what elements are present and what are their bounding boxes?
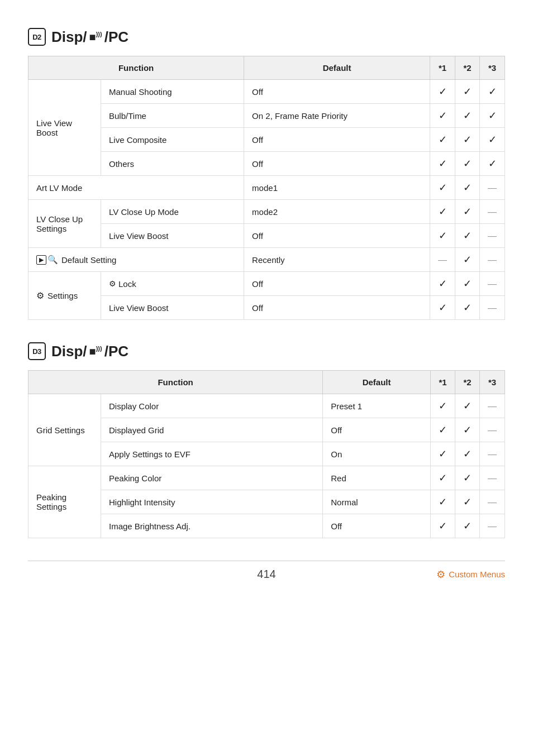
s3-live-composite: ✓ [480,128,505,152]
th-s3-d3: *3 [480,371,505,394]
section-d3-icon: D3 [28,342,46,360]
s2-image-brightness-adj: ✓ [455,514,480,538]
wifi-icon: ■))) [89,31,102,44]
s2-lock: ✓ [455,272,480,296]
s2-display-color: ✓ [455,394,480,418]
sub-displayed-grid: Displayed Grid [101,418,323,442]
section-d2-title: D2 Disp/■)))/PC [28,28,505,46]
s2-live-composite: ✓ [455,128,480,152]
category-grid-settings: Grid Settings [28,394,101,466]
s1-bulb-time: ✓ [430,104,455,128]
s2-manual-shooting: ✓ [455,80,480,104]
sub-others: Others [101,152,244,176]
s2-displayed-grid: ✓ [455,418,480,442]
sub-settings-boost: Live View Boost [101,296,244,320]
table-row: Grid Settings Display Color Preset 1 ✓ ✓… [28,394,505,418]
s1-settings-boost: ✓ [430,296,455,320]
table-row: Peaking Settings Peaking Color Red ✓ ✓ — [28,466,505,490]
s2-peaking-color: ✓ [455,466,480,490]
default-bulb-time: On 2, Frame Rate Priority [244,104,430,128]
sub-display-color: Display Color [101,394,323,418]
footer: 414 ⚙ Custom Menus [28,561,505,581]
s3-image-brightness-adj: — [480,514,505,538]
s3-display-color: — [480,394,505,418]
s1-lv-close-up-mode: ✓ [430,200,455,224]
sub-manual-shooting: Manual Shooting [101,80,244,104]
s2-settings-boost: ✓ [455,296,480,320]
sub-apply-settings-evf: Apply Settings to EVF [101,442,323,466]
default-highlight-intensity: Normal [323,490,431,514]
s3-peaking-color: — [480,466,505,490]
s3-art-lv-mode: — [480,176,505,200]
default-peaking-color: Red [323,466,431,490]
sub-peaking-color: Peaking Color [101,466,323,490]
s3-settings-boost: — [480,296,505,320]
s3-manual-shooting: ✓ [480,80,505,104]
s3-lv-close-up-mode: — [480,200,505,224]
default-image-brightness-adj: Off [323,514,431,538]
search-icon: 🔍 [47,255,58,265]
sub-lv-close-up-boost: Live View Boost [101,224,244,248]
section-d2: D2 Disp/■)))/PC Function Default *1 *2 *… [28,28,505,320]
s1-display-color: ✓ [431,394,455,418]
s1-lv-close-up-boost: ✓ [430,224,455,248]
s3-apply-settings-evf: — [480,442,505,466]
s2-others: ✓ [455,152,480,176]
section-d3-table: Function Default *1 *2 *3 Grid Settings … [28,370,505,538]
default-default-setting: Recently [244,248,430,272]
default-live-composite: Off [244,128,430,152]
table-row: Live View Boost Manual Shooting Off ✓ ✓ … [28,80,505,104]
s3-default-setting: — [480,248,505,272]
s3-highlight-intensity: — [480,490,505,514]
sub-image-brightness-adj: Image Brightness Adj. [101,514,323,538]
default-lv-close-up-boost: Off [244,224,430,248]
default-lv-close-up-mode: mode2 [244,200,430,224]
default-art-lv-mode: mode1 [244,176,430,200]
default-setting-label: Default Setting [61,255,116,265]
section-d3-title: D3 Disp/■)))/PC [28,342,505,360]
settings-label: Settings [47,291,78,300]
page-number: 414 [28,568,505,581]
s1-others: ✓ [430,152,455,176]
s1-live-composite: ✓ [430,128,455,152]
th-s1-d2: *1 [430,56,455,80]
th-s1-d3: *1 [431,371,455,394]
s1-peaking-color: ✓ [431,466,455,490]
s3-displayed-grid: — [480,418,505,442]
section-d2-icon: D2 [28,28,46,46]
table-row: LV Close Up Settings LV Close Up Mode mo… [28,200,505,224]
s2-lv-close-up-boost: ✓ [455,224,480,248]
playback-icon: ▶ [36,255,46,265]
lock-gear-icon: ⚙ [109,279,116,288]
th-s2-d2: *2 [455,56,480,80]
settings-gear-icon: ⚙ [36,290,44,301]
s2-apply-settings-evf: ✓ [455,442,480,466]
default-lock: Off [244,272,430,296]
default-manual-shooting: Off [244,80,430,104]
sub-lock: ⚙ Lock [101,272,244,296]
s3-others: ✓ [480,152,505,176]
table-row: ⚙ Settings ⚙ Lock Off ✓ ✓ — [28,272,505,296]
s1-highlight-intensity: ✓ [431,490,455,514]
custom-menus-link[interactable]: ⚙ Custom Menus [436,568,505,581]
sub-live-composite: Live Composite [101,128,244,152]
default-others: Off [244,152,430,176]
sub-highlight-intensity: Highlight Intensity [101,490,323,514]
s3-lock: — [480,272,505,296]
sub-bulb-time: Bulb/Time [101,104,244,128]
sub-lv-close-up-mode: LV Close Up Mode [101,200,244,224]
section-d2-table: Function Default *1 *2 *3 Live View Boos… [28,56,505,320]
s2-highlight-intensity: ✓ [455,490,480,514]
custom-menus-gear-icon: ⚙ [436,568,445,581]
category-live-view-boost: Live View Boost [28,80,101,176]
section-d3-title-text: Disp/■)))/PC [51,343,129,360]
table-row: ▶ 🔍 Default Setting Recently — ✓ — [28,248,505,272]
s1-lock: ✓ [430,272,455,296]
category-settings: ⚙ Settings [28,272,101,320]
category-peaking-settings: Peaking Settings [28,466,101,538]
s1-image-brightness-adj: ✓ [431,514,455,538]
th-default-d3: Default [323,371,431,394]
s2-default-setting: ✓ [455,248,480,272]
default-settings-boost: Off [244,296,430,320]
section-d2-title-text: Disp/■)))/PC [51,28,129,46]
